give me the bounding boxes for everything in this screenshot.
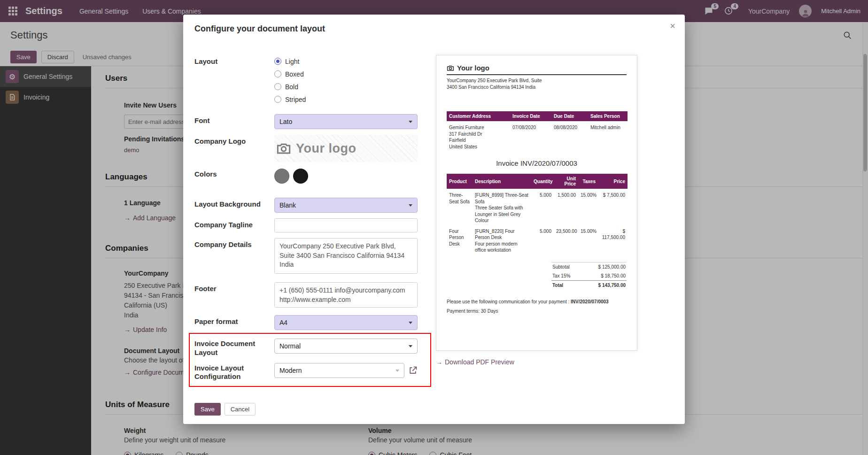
colors-label: Colors (194, 168, 274, 179)
invoice-layout-configuration-label: Invoice Layout Configuration (194, 363, 274, 382)
invoice-line-row: Four Person Desk [FURN_8220] Four Person… (447, 225, 628, 254)
invoice-info-table: Customer Address Invoice Date Due Date S… (447, 111, 628, 151)
close-icon[interactable]: × (670, 21, 675, 31)
invoice-title: Invoice INV/2020/07/0003 (447, 159, 627, 167)
invoice-layout-configuration-select[interactable]: Modern (274, 363, 404, 378)
invoice-totals: Subtotal$ 125,000.00 Tax 15%$ 18,750.00 … (551, 262, 627, 290)
invoice-date-cell: 07/08/2020 (510, 121, 551, 151)
radio-icon (274, 83, 281, 90)
payment-communication: Please use the following communication f… (447, 299, 627, 304)
radio-layout-striped[interactable]: Striped (274, 93, 418, 106)
paper-format-label: Paper format (194, 315, 274, 326)
total-label: Total (552, 283, 563, 288)
layout-background-select[interactable]: Blank (274, 198, 418, 213)
subtotal-label: Subtotal (552, 264, 570, 270)
download-pdf-preview-link[interactable]: →Download PDF Preview (436, 358, 514, 366)
color-swatch-secondary[interactable] (293, 169, 308, 184)
modal-cancel-button[interactable]: Cancel (225, 403, 256, 416)
logo-placeholder-text: Your logo (296, 141, 356, 156)
col-due-date: Due Date (551, 111, 588, 121)
radio-layout-boxed[interactable]: Boxed (274, 68, 418, 80)
col-price: Price (598, 174, 628, 189)
company-details-label: Company Details (194, 238, 274, 249)
col-description: Description (473, 174, 531, 189)
arrow-right-icon: → (436, 358, 442, 366)
company-logo-uploader[interactable]: Your logo (274, 135, 418, 162)
camera-icon (447, 65, 454, 71)
col-quantity: Quantity (531, 174, 554, 189)
total-value: $ 143,750.00 (598, 283, 626, 288)
subtotal-value: $ 125,000.00 (598, 264, 626, 270)
preview-logo-text: Your logo (457, 64, 489, 72)
paper-format-select[interactable]: A4 (274, 315, 418, 330)
col-unit-price: Unit Price (554, 174, 578, 189)
footer-textarea[interactable]: +1 (650) 555-0111 info@yourcompany.com h… (274, 282, 418, 308)
tax-value: $ 18,750.00 (601, 273, 626, 278)
col-taxes: Taxes (578, 174, 598, 189)
invoice-line-row: Three-Seat Sofa [FURN_8999] Three-Seat S… (447, 189, 628, 225)
invoice-document-layout-select[interactable]: Normal (274, 339, 418, 354)
payment-reference: INV/2020/07/0003 (571, 299, 609, 304)
payment-terms: Payment terms: 30 Days (447, 308, 627, 314)
color-swatch-primary[interactable] (274, 169, 289, 184)
radio-layout-bold[interactable]: Bold (274, 80, 418, 93)
due-date-cell: 08/08/2020 (551, 121, 588, 151)
modal-save-button[interactable]: Save (194, 403, 221, 416)
highlight-rectangle: Invoice Document Layout Normal Invoice L… (189, 333, 431, 387)
radio-icon (274, 58, 281, 65)
layout-label: Layout (194, 55, 274, 66)
layout-background-label: Layout Background (194, 198, 274, 209)
preview-address-line: 3400 San Francisco California 94134 Indi… (447, 84, 627, 91)
company-tagline-input[interactable] (274, 218, 418, 232)
customer-address-cell: Gemini Furniture 317 Fairchild Dr Fairfi… (447, 121, 510, 151)
font-select[interactable]: Lato (274, 114, 418, 129)
radio-icon (274, 96, 281, 103)
invoice-lines-table: Product Description Quantity Unit Price … (447, 174, 628, 254)
radio-layout-light[interactable]: Light (274, 55, 418, 68)
col-invoice-date: Invoice Date (510, 111, 551, 121)
radio-icon (274, 70, 281, 77)
company-tagline-label: Company Tagline (194, 218, 274, 230)
tax-label: Tax 15% (552, 273, 570, 278)
invoice-preview: Your logo YourCompany 250 Executive Park… (436, 55, 637, 351)
dialog-title: Configure your document layout (194, 24, 674, 34)
company-logo-label: Company Logo (194, 135, 274, 146)
external-link-icon[interactable] (408, 366, 418, 375)
preview-address-line: YourCompany 250 Executive Park Blvd, Sui… (447, 77, 627, 84)
col-customer-address: Customer Address (447, 111, 510, 121)
company-details-textarea[interactable]: YourCompany 250 Executive Park Blvd, Sui… (274, 238, 418, 274)
divider (447, 74, 627, 75)
col-sales-person: Sales Person (588, 111, 628, 121)
sales-person-cell: Mitchell admin (588, 121, 628, 151)
document-layout-dialog: Configure your document layout × Layout … (183, 15, 685, 424)
camera-icon (276, 142, 291, 155)
footer-label: Footer (194, 282, 274, 293)
invoice-document-layout-label: Invoice Document Layout (194, 339, 274, 357)
col-product: Product (447, 174, 473, 189)
font-label: Font (194, 114, 274, 125)
